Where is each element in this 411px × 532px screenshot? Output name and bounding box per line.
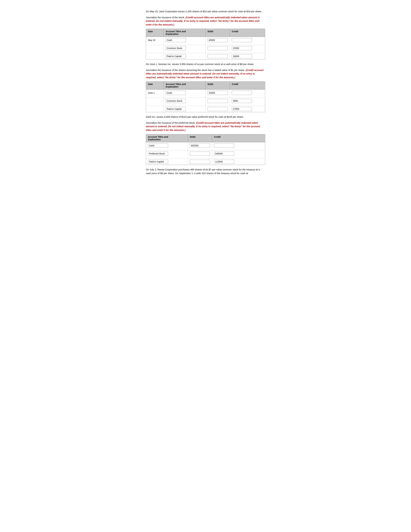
t3-account-input-1[interactable] (148, 143, 168, 148)
t3-account-input-2[interactable] (148, 152, 168, 156)
t3-debit-input-1[interactable] (190, 143, 210, 148)
t2-account-input-3[interactable] (166, 107, 186, 111)
t1-account-1 (164, 37, 206, 43)
spacer-row (146, 96, 265, 97)
problem3-description: Garb Inc. issues 4,500 shares of $120 pa… (146, 115, 265, 119)
table1-header-debit: Debit (206, 29, 230, 37)
t3-credit-3 (212, 159, 236, 165)
spacer-row (146, 149, 265, 150)
t1-credit-3 (230, 53, 254, 59)
t3-account-3 (146, 159, 188, 165)
t3-account-input-3[interactable] (148, 160, 168, 164)
t3-account-1 (146, 142, 188, 149)
t1-credit-input-1[interactable] (232, 38, 252, 42)
t2-debit-1 (206, 90, 230, 96)
problem1-instruction: Journalize the issuance of the stock. (C… (146, 16, 265, 27)
problem1-instruction-red: (Credit account titles are automatically… (146, 16, 260, 26)
t3-debit-2 (188, 150, 212, 157)
table2-header: Date Account Titles andExplanation Debit… (146, 82, 265, 89)
t3-credit-input-3[interactable] (214, 160, 234, 164)
table-row: June 1 (146, 89, 265, 96)
t1-debit-3 (206, 53, 230, 59)
t3-debit-input-3[interactable] (190, 160, 210, 164)
t2-debit-input-3[interactable] (208, 107, 228, 111)
journal-table-2: Date Account Titles andExplanation Debit… (146, 81, 265, 112)
t3-account-2 (146, 150, 188, 157)
table-row (146, 97, 265, 104)
t1-account-input-3[interactable] (166, 54, 186, 58)
table-row (146, 53, 265, 59)
table3-header: Account Titles andExplanation Debit Cred… (146, 134, 265, 142)
table1-header-date: Date (146, 29, 164, 37)
t1-account-input-2[interactable] (166, 46, 186, 50)
t1-date-1: May 10 (146, 37, 164, 43)
table-row (146, 45, 265, 51)
t2-date-2 (146, 98, 164, 104)
problem1-description: On May 10, Jack Corporation issues 2,250… (146, 10, 265, 13)
t2-debit-input-1[interactable] (208, 91, 228, 95)
t2-credit-input-2[interactable] (232, 99, 252, 103)
t2-account-2 (164, 98, 206, 104)
table2-header-date: Date (146, 82, 164, 89)
table-row (146, 142, 265, 149)
t2-credit-1 (230, 90, 254, 96)
t3-debit-3 (188, 159, 212, 165)
t1-debit-input-1[interactable] (208, 38, 228, 42)
t1-credit-input-2[interactable] (232, 46, 252, 50)
problem2-instruction: Journalize the issuance of the shares as… (146, 68, 265, 79)
t1-debit-input-2[interactable] (208, 46, 228, 50)
t1-credit-input-3[interactable] (232, 54, 252, 58)
t2-credit-3 (230, 106, 254, 112)
table1-header-credit: Credit (230, 29, 254, 37)
t3-credit-2 (212, 150, 236, 157)
t1-credit-1 (230, 37, 254, 43)
t2-debit-input-2[interactable] (208, 99, 228, 103)
t1-date-2 (146, 45, 164, 51)
t2-credit-input-1[interactable] (232, 91, 252, 95)
t2-date-1: June 1 (146, 90, 164, 96)
t3-credit-input-2[interactable] (214, 152, 234, 156)
t1-debit-input-3[interactable] (208, 54, 228, 58)
t2-credit-input-3[interactable] (232, 107, 252, 111)
t2-account-input-2[interactable] (166, 99, 186, 103)
table-row (146, 105, 265, 112)
t1-account-2 (164, 45, 206, 51)
t2-account-3 (164, 106, 206, 112)
problem4-description: On July 1, Raney Corporation purchases 4… (146, 168, 265, 175)
table2-header-credit: Credit (230, 82, 254, 89)
spacer-row (146, 157, 265, 158)
table2-header-account: Account Titles andExplanation (164, 82, 206, 89)
journal-table-3: Account Titles andExplanation Debit Cred… (146, 134, 265, 165)
t2-account-input-1[interactable] (166, 91, 186, 95)
spacer-row (146, 43, 265, 45)
problem2-description: On June 1, Noonan Inc. issues 3,950 shar… (146, 62, 265, 66)
t3-debit-1 (188, 142, 212, 149)
table3-header-account: Account Titles andExplanation (146, 134, 188, 142)
table3-header-debit: Debit (188, 134, 212, 142)
t1-date-3 (146, 53, 164, 59)
t2-date-3 (146, 106, 164, 112)
t3-debit-input-2[interactable] (190, 152, 210, 156)
t1-debit-2 (206, 45, 230, 51)
journal-table-1: Date Account Titles andExplanation Debit… (146, 29, 265, 59)
table-row: May 10 (146, 37, 265, 43)
t2-account-1 (164, 90, 206, 96)
table-row (146, 150, 265, 157)
problem3-instruction-red: (Credit account titles are automatically… (146, 121, 260, 131)
t1-account-input-1[interactable] (166, 38, 186, 42)
t2-debit-3 (206, 106, 230, 112)
problem2-instruction-red: (Credit account titles are automatically… (146, 69, 263, 79)
table3-header-credit: Credit (212, 134, 236, 142)
problem3-instruction: Journalize the issuance of the preferred… (146, 121, 265, 132)
spacer-row (146, 51, 265, 53)
t3-credit-input-1[interactable] (214, 143, 234, 148)
t2-debit-2 (206, 98, 230, 104)
table2-header-debit: Debit (206, 82, 230, 89)
table-row (146, 158, 265, 165)
t1-credit-2 (230, 45, 254, 51)
t1-debit-1 (206, 37, 230, 43)
t1-account-3 (164, 53, 206, 59)
table1-header: Date Account Titles andExplanation Debit… (146, 29, 265, 37)
spacer-row (146, 104, 265, 105)
t3-credit-1 (212, 142, 236, 149)
